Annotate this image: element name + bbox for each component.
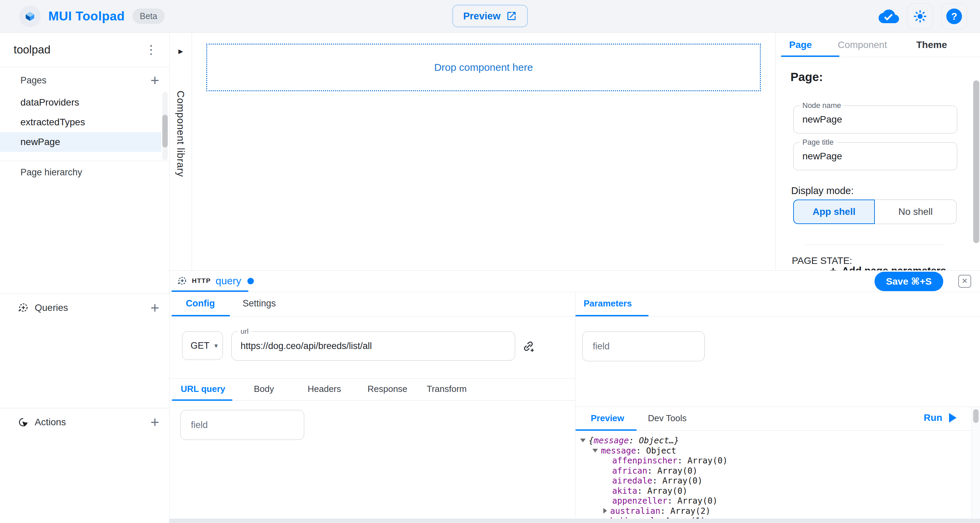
tab-dev-tools[interactable]: Dev Tools bbox=[648, 413, 687, 424]
preview-button[interactable]: Preview bbox=[452, 5, 528, 27]
sidebar-item-newpage[interactable]: newPage bbox=[0, 132, 161, 152]
tab-theme[interactable]: Theme bbox=[916, 40, 947, 50]
url-input[interactable] bbox=[232, 332, 515, 360]
tab-headers[interactable]: Headers bbox=[308, 384, 341, 394]
tab-preview[interactable]: Preview bbox=[591, 413, 624, 424]
inspector-scrollbar-thumb[interactable] bbox=[973, 80, 979, 243]
tab-page[interactable]: Page bbox=[789, 40, 812, 50]
queries-icon bbox=[18, 302, 29, 313]
json-message-row[interactable]: message: Object bbox=[576, 446, 966, 456]
method-value: GET bbox=[191, 341, 210, 351]
expand-library-icon[interactable]: ▸ bbox=[169, 46, 192, 56]
divider bbox=[0, 161, 169, 161]
tab-component[interactable]: Component bbox=[838, 40, 887, 50]
toggle-app-shell[interactable]: App shell bbox=[793, 199, 875, 224]
url-query-field[interactable] bbox=[180, 410, 304, 440]
page-title-field[interactable]: Page title bbox=[793, 142, 957, 170]
http-query-icon bbox=[177, 276, 187, 286]
save-button[interactable]: Save ⌘+S bbox=[875, 272, 943, 291]
query-tab[interactable]: HTTP query bbox=[177, 271, 254, 291]
help-button[interactable]: ? bbox=[941, 3, 967, 29]
divider bbox=[0, 408, 169, 408]
parameters-tab-indicator bbox=[576, 315, 649, 316]
tab-body[interactable]: Body bbox=[254, 384, 274, 394]
json-leaf-row: african: Array(0) bbox=[576, 466, 966, 476]
query-config-pane: Config Settings GET ▾ url bbox=[169, 292, 575, 523]
inspector-panel: Page Component Theme Page: Node name Pag… bbox=[775, 33, 980, 270]
preview-tab-indicator bbox=[576, 429, 637, 431]
drop-zone-label: Drop component here bbox=[434, 62, 533, 73]
page-canvas: Drop component here bbox=[192, 33, 775, 270]
collapse-icon[interactable] bbox=[592, 449, 598, 453]
node-name-label: Node name bbox=[800, 101, 844, 110]
url-field[interactable]: url bbox=[231, 331, 515, 360]
plus-icon: + bbox=[830, 264, 837, 270]
unsaved-dot bbox=[247, 278, 254, 284]
page-item-label: extractedTypes bbox=[21, 117, 85, 128]
project-menu-button[interactable]: ⋮ bbox=[145, 43, 157, 57]
json-root-row[interactable]: {message: Object…} bbox=[576, 435, 966, 446]
sidebar-item-dataproviders[interactable]: dataProviders bbox=[0, 92, 161, 112]
run-button-label: Run bbox=[924, 412, 942, 423]
parameters-field[interactable] bbox=[582, 331, 705, 361]
tab-config[interactable]: Config bbox=[186, 298, 215, 309]
json-leaf-row: affenpinscher: Array(0) bbox=[576, 456, 966, 466]
queries-section-label: Queries bbox=[35, 302, 68, 313]
toggle-option-label: No shell bbox=[898, 206, 933, 217]
url-query-field-input[interactable] bbox=[181, 410, 304, 440]
run-button[interactable]: Run bbox=[924, 412, 956, 423]
mui-toolpad-app: MUI Toolpad Beta Preview bbox=[0, 0, 980, 523]
app-title: MUI Toolpad bbox=[48, 9, 125, 24]
toggle-option-label: App shell bbox=[813, 206, 856, 217]
url-field-label: url bbox=[238, 327, 251, 336]
node-name-field[interactable]: Node name bbox=[793, 105, 957, 134]
collapse-icon[interactable] bbox=[580, 438, 585, 442]
query-name-label: query bbox=[216, 275, 241, 287]
display-mode-label: Display mode: bbox=[791, 185, 854, 196]
cloud-done-icon bbox=[878, 6, 899, 27]
theme-toggle-button[interactable] bbox=[907, 3, 933, 29]
json-expandable-row[interactable]: australian: Array(2) bbox=[576, 506, 966, 516]
page-hierarchy-label[interactable]: Page hierarchy bbox=[21, 167, 82, 178]
tab-transform[interactable]: Transform bbox=[427, 384, 467, 394]
help-icon: ? bbox=[946, 8, 962, 24]
preview-button-label: Preview bbox=[463, 11, 501, 22]
divider bbox=[805, 244, 945, 245]
method-select[interactable]: GET ▾ bbox=[182, 331, 223, 360]
sidebar-item-extractedtypes[interactable]: extractedTypes bbox=[0, 112, 161, 132]
node-name-input[interactable] bbox=[794, 106, 957, 133]
preview-scrollbar-thumb[interactable] bbox=[973, 409, 978, 423]
beta-badge: Beta bbox=[132, 8, 165, 24]
query-tab-indicator bbox=[172, 290, 248, 292]
pages-scrollbar-thumb[interactable] bbox=[162, 115, 168, 147]
expand-icon[interactable] bbox=[603, 508, 607, 513]
preview-scrollbar-track[interactable] bbox=[972, 407, 980, 523]
add-action-button[interactable]: + bbox=[150, 415, 159, 429]
save-button-label: Save ⌘+S bbox=[886, 276, 932, 287]
explorer-sidebar: toolpad ⋮ Pages + dataProviders extracte… bbox=[0, 33, 169, 523]
component-library-strip[interactable]: ▸ Component library bbox=[169, 33, 192, 270]
chevron-down-icon: ▾ bbox=[215, 341, 218, 350]
tab-url-query[interactable]: URL query bbox=[181, 384, 225, 394]
query-tabs-header: HTTP query Save ⌘+S × bbox=[169, 271, 980, 292]
add-page-parameters-button[interactable]: + Add page parameters bbox=[830, 264, 946, 270]
active-tab-indicator bbox=[781, 56, 840, 57]
add-query-button[interactable]: + bbox=[150, 301, 159, 315]
tab-response[interactable]: Response bbox=[368, 384, 407, 394]
query-editor-panel: HTTP query Save ⌘+S × Config Settings GE… bbox=[169, 270, 980, 523]
page-title-input[interactable] bbox=[794, 143, 957, 170]
add-binding-icon[interactable] bbox=[522, 340, 535, 353]
toggle-no-shell[interactable]: No shell bbox=[875, 199, 956, 224]
tab-settings[interactable]: Settings bbox=[243, 298, 276, 309]
add-page-button[interactable]: + bbox=[150, 73, 159, 87]
close-panel-button[interactable]: × bbox=[958, 275, 971, 288]
parameters-field-input[interactable] bbox=[582, 332, 705, 361]
toolpad-logo-icon bbox=[19, 5, 41, 27]
tab-parameters[interactable]: Parameters bbox=[584, 298, 632, 309]
horizontal-scrollbar-track[interactable] bbox=[169, 518, 980, 523]
drop-zone[interactable]: Drop component here bbox=[206, 43, 761, 91]
query-result-pane: Parameters Preview Dev Tools Run bbox=[576, 292, 980, 523]
config-tab-indicator bbox=[172, 315, 230, 316]
add-page-parameters-label: Add page parameters bbox=[842, 265, 946, 271]
divider bbox=[0, 67, 169, 67]
